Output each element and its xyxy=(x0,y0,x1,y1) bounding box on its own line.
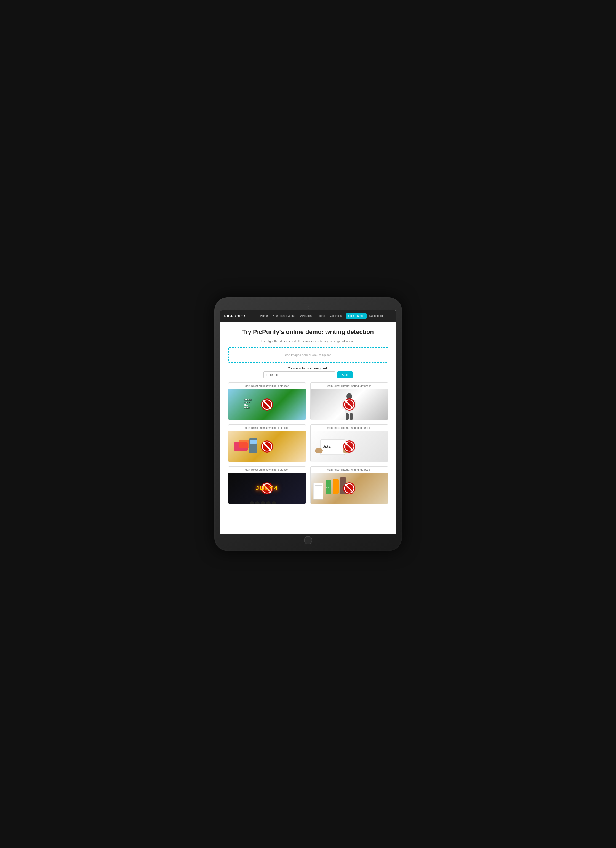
upload-zone-text: Drop images here or click to upload. xyxy=(284,353,332,357)
nav-pricing[interactable]: Pricing xyxy=(315,313,327,319)
image-card-3: Main reject criteria: writing_detection xyxy=(228,424,306,462)
no-symbol-4 xyxy=(342,440,356,454)
tablet-device: PICPURIFY Home How does it work? API Doc… xyxy=(214,297,402,551)
no-symbol-2 xyxy=(342,398,356,411)
svg-point-22 xyxy=(315,448,323,454)
image-card-5-img: JULY4 xyxy=(229,473,306,504)
tablet-speaker xyxy=(303,303,314,304)
navbar: PICPURIFY Home How does it work? API Doc… xyxy=(220,310,396,322)
tablet-home-button[interactable] xyxy=(304,536,312,544)
main-content: Try PicPurify's online demo: writing det… xyxy=(220,322,396,534)
url-label: You can also use image url: xyxy=(228,366,388,370)
image-card-6-label: Main reject criteria: writing_detection xyxy=(311,467,388,473)
nav-contact[interactable]: Contact us xyxy=(328,313,345,319)
image-card-1-label: Main reject criteria: writing_detection xyxy=(229,383,306,389)
svg-point-28 xyxy=(255,501,260,504)
image-card-1-img: PLEASELEAVEBILLYOUR xyxy=(229,389,306,420)
navbar-nav: Home How does it work? API Docs Pricing … xyxy=(251,313,392,319)
tablet-top-bar xyxy=(303,303,314,304)
navbar-brand: PICPURIFY xyxy=(224,314,246,318)
image-card-4-label: Main reject criteria: writing_detection xyxy=(311,425,388,431)
fireworks-text: JULY4 xyxy=(256,485,278,492)
no-symbol-3 xyxy=(260,440,274,454)
url-input[interactable] xyxy=(263,371,335,378)
nav-how[interactable]: How does it work? xyxy=(270,313,297,319)
image-card-5: Main reject criteria: writing_detection … xyxy=(228,466,306,504)
image-card-4-img: John xyxy=(311,431,388,462)
no-symbol-1 xyxy=(260,398,274,411)
svg-point-30 xyxy=(266,501,271,504)
upload-zone[interactable]: Drop images here or click to upload. xyxy=(228,347,388,363)
image-card-1: Main reject criteria: writing_detection … xyxy=(228,382,306,420)
nav-api[interactable]: API Docs xyxy=(298,313,314,319)
svg-rect-16 xyxy=(250,440,257,444)
image-card-5-label: Main reject criteria: writing_detection xyxy=(229,467,306,473)
svg-point-31 xyxy=(272,501,276,504)
image-card-3-label: Main reject criteria: writing_detection xyxy=(229,425,306,431)
tablet-camera xyxy=(307,306,309,308)
image-card-6-img: KOO xyxy=(311,473,388,504)
image-card-4: Main reject criteria: writing_detection … xyxy=(310,424,388,462)
start-button[interactable]: Start xyxy=(337,371,353,378)
svg-text:John: John xyxy=(323,444,332,449)
signs-overlay-text: PLEASELEAVEBILLYOUR xyxy=(244,399,252,409)
svg-point-27 xyxy=(250,501,254,504)
nav-dashboard[interactable]: Dashboard xyxy=(367,313,385,319)
svg-point-29 xyxy=(261,501,265,504)
page-title: Try PicPurify's online demo: writing det… xyxy=(228,328,388,336)
image-card-2: Main reject criteria: writing_detection … xyxy=(310,382,388,420)
svg-rect-35 xyxy=(313,483,323,500)
url-input-row: Start xyxy=(228,371,388,378)
page-subtitle: The algorithm detects and filters images… xyxy=(228,339,388,343)
svg-rect-9 xyxy=(350,414,353,420)
nav-home[interactable]: Home xyxy=(258,313,270,319)
image-card-3-img xyxy=(229,431,306,462)
image-grid: Main reject criteria: writing_detection … xyxy=(228,382,388,504)
svg-rect-8 xyxy=(346,414,349,420)
image-card-2-img: URITY xyxy=(311,389,388,420)
image-card-6: Main reject criteria: writing_detection xyxy=(310,466,388,504)
tablet-screen: PICPURIFY Home How does it work? API Doc… xyxy=(220,310,396,534)
svg-rect-40 xyxy=(333,479,339,494)
nav-online-demo[interactable]: Online Demo xyxy=(346,313,366,319)
svg-text:KOO: KOO xyxy=(327,486,330,488)
no-symbol-6 xyxy=(342,482,356,495)
image-card-2-label: Main reject criteria: writing_detection xyxy=(311,383,388,389)
